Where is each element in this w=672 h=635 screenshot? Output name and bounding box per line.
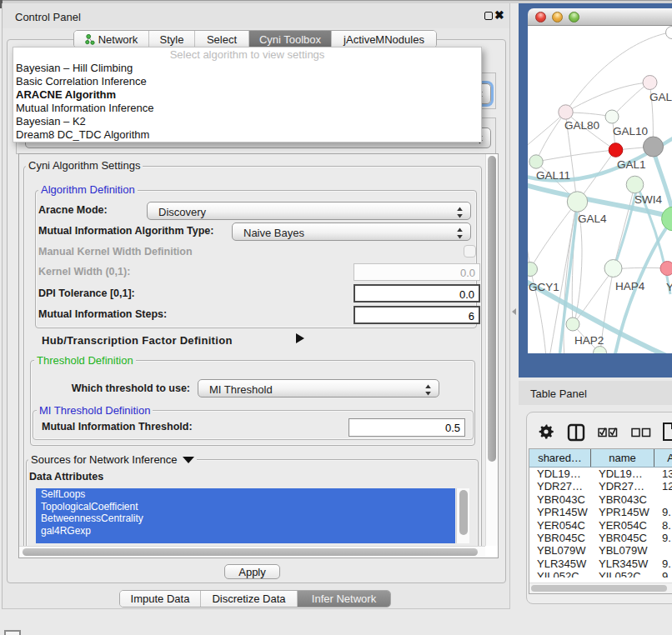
table-row[interactable]: YBR043CYBR043C [529, 493, 672, 506]
attributes-scrollbar-thumb[interactable] [459, 490, 468, 535]
table-cell: 9. [654, 506, 672, 518]
table-cell: 8. [654, 519, 672, 532]
graph-node-label: GAL11 [536, 169, 570, 182]
settings-vertical-scrollbar[interactable] [485, 154, 498, 546]
dropdown-item[interactable]: ARACNE Algorithm [13, 88, 481, 102]
graph-node-hap4[interactable] [604, 260, 622, 278]
tab-label: Select [207, 33, 237, 46]
table-row[interactable]: YDR27…YDR27…12 [529, 480, 672, 492]
table-row[interactable]: YBL079WYBL079W [529, 544, 672, 557]
gear-icon[interactable] [538, 423, 554, 440]
graph-node-gal80[interactable] [559, 105, 573, 119]
mac-close-icon[interactable] [535, 12, 546, 22]
tab-cyni-toolbox[interactable]: Cyni Toolbox [249, 31, 332, 48]
mi-threshold-field[interactable]: 0.5 [349, 418, 465, 437]
network-canvas[interactable]: GALGAL80GAL10GAL1GAL11SWI4GAL4GCY1HAP4YH… [528, 26, 672, 353]
graph-node[interactable] [594, 347, 607, 354]
tab-style[interactable]: Style [149, 31, 195, 48]
graph-node-label: GAL1 [617, 158, 646, 171]
graph-node-gal1[interactable] [609, 143, 623, 158]
graph-node-gcy1[interactable] [528, 262, 538, 277]
tab-discretize-data[interactable]: Discretize Data [201, 591, 298, 607]
settings-hscrollbar-thumb[interactable] [23, 548, 478, 556]
manual-kernel-width-label: Manual Kernel Width Definition [38, 246, 193, 258]
graph-node-y[interactable] [660, 262, 672, 276]
table-row[interactable]: YLR345WYLR345W9. [529, 558, 672, 570]
data-attributes-list[interactable]: SelfLoopsTopologicalCoefficientBetweenne… [36, 488, 455, 543]
mac-minimize-icon[interactable] [552, 12, 563, 22]
dropdown-item[interactable]: Basic Correlation Inference [13, 75, 481, 88]
column-header-1[interactable]: shared… [529, 449, 591, 467]
table-hscrollbar-thumb[interactable] [531, 585, 667, 592]
network-window-titlebar[interactable] [528, 8, 672, 26]
apply-button[interactable]: Apply [224, 564, 280, 579]
document-icon[interactable] [662, 422, 672, 442]
table-row[interactable]: YBR045CYBR045C9. [529, 532, 672, 544]
graph-node[interactable] [662, 207, 672, 231]
dropdown-item[interactable]: Bayesian – K2 [13, 115, 481, 128]
table-cell: 12 [654, 480, 672, 492]
table-header: shared…nameA [529, 449, 672, 468]
table-cell: YPR145W [591, 506, 654, 518]
dropdown-item[interactable]: Dream8 DC_TDC Algorithm [13, 128, 481, 142]
graph-node-hap2[interactable] [566, 318, 579, 331]
table-cell: YDL19… [529, 468, 591, 480]
sources-title-text: Sources for Network Inference [31, 454, 178, 465]
tab-impute-data[interactable]: Impute Data [120, 591, 201, 607]
table-cell: YER054C [529, 519, 591, 532]
splitter-collapse-icon[interactable] [512, 308, 516, 315]
dpi-tolerance-field[interactable]: 0.0 [354, 284, 480, 302]
mi-threshold-label: Mutual Information Threshold: [42, 421, 193, 432]
graph-node[interactable] [666, 27, 672, 39]
tab-label: Cyni Toolbox [259, 33, 321, 46]
tab-jactivemnodules[interactable]: jActiveMNodules [332, 31, 436, 48]
attribute-list-item[interactable]: TopologicalCoefficient [36, 501, 455, 513]
table-row[interactable]: YER054CYER054C8. [529, 519, 672, 532]
mi-steps-field[interactable]: 6 [354, 306, 480, 324]
graph-node-swi4[interactable] [626, 176, 644, 193]
float-window-icon[interactable] [484, 12, 493, 20]
kernel-width-field[interactable]: 0.0 [354, 263, 480, 281]
table-panel-window: shared…nameA YDL19…YDL19…13YDR27…YDR27…1… [526, 412, 672, 604]
hub-definition-expander[interactable]: Hub/Transcription Factor Definition [42, 332, 317, 345]
hub-definition-label: Hub/Transcription Factor Definition [42, 334, 233, 347]
which-threshold-combo[interactable]: MI Threshold [198, 379, 439, 398]
settings-horizontal-scrollbar[interactable] [19, 546, 485, 558]
graph-node-gal[interactable] [643, 76, 657, 90]
table-horizontal-scrollbar[interactable] [529, 582, 672, 593]
tab-network[interactable]: Network [74, 31, 149, 48]
column-header-3[interactable]: A [654, 449, 672, 467]
graph-node-gal4[interactable] [567, 192, 587, 212]
manual-kernel-width-checkbox[interactable] [464, 245, 476, 258]
checked-checkboxes-icon[interactable] [598, 427, 618, 438]
attribute-list-item[interactable]: gal4RGexp [36, 525, 455, 538]
tab-select[interactable]: Select [195, 31, 249, 48]
table-cell: YIL052C [591, 570, 654, 578]
dropdown-item[interactable]: Bayesian – Hill Climbing [13, 62, 481, 75]
dropdown-item[interactable]: Mutual Information Inference [13, 102, 481, 115]
combo-arrows-icon [456, 206, 464, 219]
table-cell [654, 544, 672, 557]
cyni-bottom-tabbar: Impute DataDiscretize DataInfer Network [119, 590, 391, 608]
attributes-list-scrollbar[interactable] [456, 488, 469, 543]
settings-vscrollbar-thumb[interactable] [488, 156, 496, 462]
table-row[interactable]: YPR145WYPR145W9. [529, 506, 672, 518]
algorithm-definition-title: Algorithm Definition [38, 184, 138, 195]
aracne-mode-combo[interactable]: Discovery [147, 202, 471, 220]
columns-icon[interactable] [567, 423, 585, 442]
mi-algorithm-type-combo[interactable]: Naive Bayes [232, 222, 471, 241]
graph-node-gal11[interactable] [529, 155, 543, 168]
column-header-2[interactable]: name [591, 449, 654, 467]
close-icon[interactable]: ✖ [494, 6, 504, 24]
graph-node-gal10[interactable] [605, 110, 619, 123]
mac-zoom-icon[interactable] [569, 12, 579, 22]
table-row[interactable]: YIL052CYIL052C9. [529, 570, 672, 578]
attribute-list-item[interactable]: BetweennessCentrality [36, 512, 455, 525]
bottom-left-widget[interactable] [4, 630, 21, 635]
unchecked-checkboxes-icon[interactable] [631, 427, 651, 438]
table-row[interactable]: YDL19…YDL19…13 [529, 468, 672, 480]
data-attributes-label: Data Attributes [29, 471, 103, 482]
attribute-list-item[interactable]: SelfLoops [36, 488, 455, 501]
tab-infer-network[interactable]: Infer Network [298, 591, 390, 607]
graph-node[interactable] [644, 137, 664, 157]
